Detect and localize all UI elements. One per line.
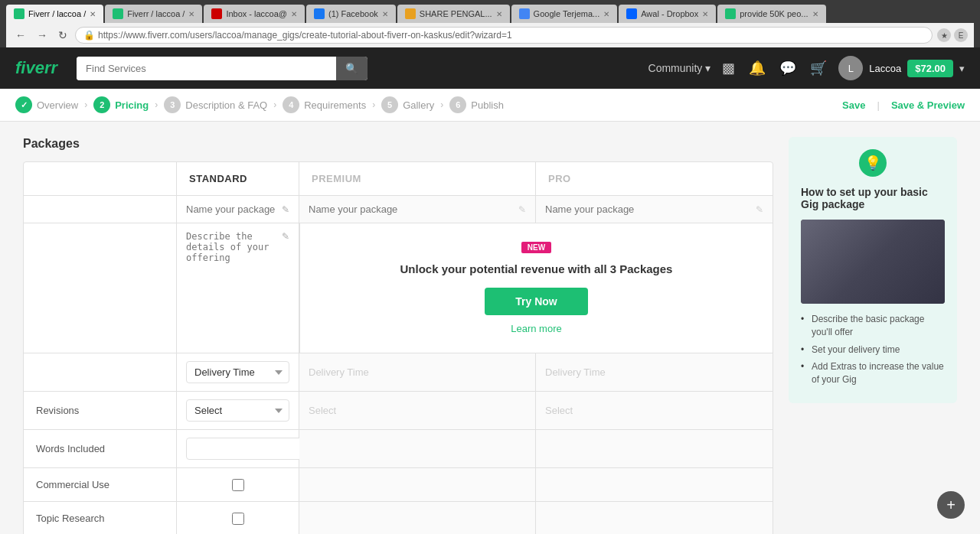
pkg-standard-delivery-select[interactable]: Delivery Time 1 Day 2 Days 3 Days 5 Days… — [186, 361, 289, 383]
tab-favicon-2 — [211, 8, 222, 19]
reload-button[interactable]: ↻ — [55, 28, 70, 43]
messages-icon[interactable]: 💬 — [779, 60, 796, 77]
tab-close-6[interactable]: ✕ — [702, 10, 708, 18]
cart-icon[interactable]: 🛒 — [810, 60, 827, 77]
balance: $72.00 — [907, 60, 953, 77]
pkg-standard-commercial-checkbox[interactable] — [232, 479, 244, 491]
tab-close-5[interactable]: ✕ — [603, 10, 609, 18]
browser-tab-3[interactable]: (1) Facebook ✕ — [306, 5, 396, 23]
search-button[interactable]: 🔍 — [336, 57, 368, 80]
tip-item-2: Set your delivery time — [801, 344, 945, 357]
tab-close-3[interactable]: ✕ — [382, 10, 388, 18]
pkg-premium-words-cell — [299, 430, 536, 467]
stats-icon[interactable]: ▩ — [722, 60, 735, 77]
tab-close-4[interactable]: ✕ — [496, 10, 502, 18]
tab-close-0[interactable]: ✕ — [90, 10, 96, 18]
pkg-standard-topic-checkbox[interactable] — [232, 513, 244, 525]
breadcrumb-label-requirements: Requirements — [304, 99, 366, 111]
avatar[interactable]: L — [838, 56, 863, 80]
save-preview-button[interactable]: Save & Preview — [891, 99, 965, 111]
unlock-overlay: NEW Unlock your potential revenue with a… — [299, 223, 773, 353]
pkg-pro-name-cell: ✎ — [536, 196, 773, 223]
breadcrumb-step-description[interactable]: 3 Description & FAQ — [164, 96, 267, 113]
browser-tab-2[interactable]: Inbox - laccoa@ ✕ — [204, 5, 305, 23]
breadcrumb-step-publish[interactable]: 6 Publish — [449, 96, 504, 113]
breadcrumb-step-pricing[interactable]: 2 Pricing — [93, 96, 149, 113]
edit-icon-standard-describe: ✎ — [282, 231, 289, 242]
tab-favicon-3 — [314, 8, 325, 19]
tab-favicon-0 — [14, 8, 24, 19]
user-chevron-icon[interactable]: ▾ — [959, 63, 965, 74]
search-bar: 🔍 — [77, 57, 368, 80]
site-header: fiverr 🔍 Community ▾ ▩ 🔔 💬 🛒 L Laccoa $7… — [0, 47, 980, 89]
pkg-premium-delivery-text: Delivery Time — [309, 366, 369, 378]
nav-icons: ▩ 🔔 💬 🛒 — [722, 60, 827, 77]
packages-header: STANDARD PREMIUM PRO — [24, 162, 773, 196]
pkg-standard-revisions-select[interactable]: Select 1 2 3 Unlimited — [186, 399, 289, 422]
pkg-premium-commercial-cell — [299, 468, 536, 501]
separator-1: › — [84, 99, 87, 110]
tab-label-4: SHARE PENGAL... — [420, 9, 492, 18]
community-nav-link[interactable]: Community ▾ — [648, 62, 711, 74]
forward-button[interactable]: → — [34, 28, 51, 43]
breadcrumb-step-gallery[interactable]: 5 Gallery — [381, 96, 434, 113]
breadcrumb-label-pricing: Pricing — [115, 99, 149, 111]
tab-close-2[interactable]: ✕ — [291, 10, 297, 18]
separator-5: › — [440, 99, 443, 110]
packages-section: Packages STANDARD PREMIUM PRO ✎ ✎ — [23, 137, 773, 534]
tip-lightbulb-icon: 💡 — [859, 149, 887, 177]
pkg-pro-topic-cell — [536, 502, 773, 534]
edit-icon-pro-name: ✎ — [756, 204, 763, 215]
tab-label-7: provide 50K peo... — [740, 9, 808, 18]
url-text[interactable]: https://www.fiverr.com/users/laccoa/mana… — [98, 30, 512, 41]
fiverr-logo[interactable]: fiverr — [15, 58, 57, 78]
separator-actions: | — [877, 99, 879, 111]
try-now-button[interactable]: Try Now — [485, 288, 587, 315]
breadcrumb-step-requirements[interactable]: 4 Requirements — [283, 96, 366, 113]
extension-icon[interactable]: E — [954, 28, 968, 42]
pkg-pro-name-input — [545, 204, 753, 215]
breadcrumb-bar: ✓ Overview › 2 Pricing › 3 Description &… — [0, 89, 980, 122]
browser-tab-7[interactable]: provide 50K peo... ✕ — [717, 5, 825, 23]
tip-card: 💡 How to set up your basic Gig package D… — [789, 137, 957, 403]
tab-favicon-5 — [519, 8, 530, 19]
pkg-standard-revisions-cell: Select 1 2 3 Unlimited — [177, 392, 299, 429]
unlock-title: Unlock your potential revenue with all 3… — [400, 261, 673, 277]
browser-tab-5[interactable]: Google Terjema... ✕ — [511, 5, 618, 23]
pkg-premium-delivery-cell: Delivery Time — [299, 353, 536, 391]
pkg-standard-name-input[interactable] — [186, 204, 279, 215]
tip-video-thumbnail[interactable] — [801, 220, 945, 304]
pkg-standard-describe-cell: ✎ — [177, 223, 299, 353]
edit-icon-standard-name: ✎ — [282, 204, 289, 215]
breadcrumb-step-overview[interactable]: ✓ Overview — [15, 96, 78, 113]
browser-toolbar: ★ E — [937, 28, 968, 42]
pkg-premium-name-cell: ✎ — [299, 196, 536, 223]
browser-tab-6[interactable]: Awal - Dropbox ✕ — [619, 5, 716, 23]
tab-label-0: Fiverr / laccoa / — [28, 9, 86, 18]
save-button[interactable]: Save — [842, 99, 865, 111]
tab-label-2: Inbox - laccoa@ — [226, 9, 287, 18]
pkg-standard-describe-textarea[interactable] — [186, 231, 279, 277]
pkg-row-describe: ✎ NEW Unlock your potential revenue with… — [24, 223, 773, 353]
bookmark-icon[interactable]: ★ — [937, 28, 951, 42]
browser-addressbar: ← → ↻ 🔒 https://www.fiverr.com/users/lac… — [6, 23, 974, 47]
url-bar[interactable]: 🔒 https://www.fiverr.com/users/laccoa/ma… — [75, 27, 933, 44]
browser-tab-0[interactable]: Fiverr / laccoa / ✕ — [6, 5, 103, 23]
notifications-icon[interactable]: 🔔 — [749, 60, 766, 77]
search-input[interactable] — [77, 57, 336, 80]
edit-icon-premium-name: ✎ — [518, 204, 526, 215]
tab-close-7[interactable]: ✕ — [812, 10, 818, 18]
tab-favicon-4 — [405, 8, 416, 19]
pkg-premium-topic-cell — [299, 502, 536, 534]
step-circle-gallery: 5 — [381, 96, 398, 113]
pkg-label-name — [24, 196, 177, 223]
pkg-pro-delivery-cell: Delivery Time — [536, 353, 773, 391]
browser-tabs: Fiverr / laccoa / ✕ Fiverr / laccoa / ✕ … — [6, 5, 974, 23]
tab-favicon-7 — [725, 8, 736, 19]
back-button[interactable]: ← — [12, 28, 29, 43]
browser-tab-4[interactable]: SHARE PENGAL... ✕ — [397, 5, 510, 23]
fab-button[interactable]: + — [937, 491, 965, 519]
tab-close-1[interactable]: ✕ — [188, 10, 194, 18]
browser-tab-1[interactable]: Fiverr / laccoa / ✕ — [105, 5, 202, 23]
learn-more-link[interactable]: Learn more — [511, 323, 561, 334]
